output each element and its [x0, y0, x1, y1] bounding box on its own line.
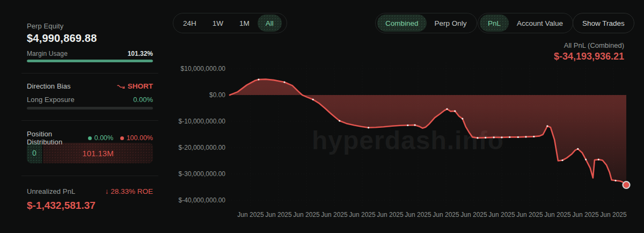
- x-tick-label: Jun 2025: [430, 211, 462, 219]
- pnl-endpoint-marker: [623, 181, 630, 188]
- x-tick-label: Jun 2025: [346, 211, 378, 219]
- pnl-chart[interactable]: [225, 51, 633, 212]
- x-tick-label: Jun 2025: [235, 211, 267, 219]
- pnl-area-fill: [230, 79, 626, 185]
- x-tick-label: Jun 2025: [374, 211, 406, 219]
- x-tick-label: Jun 2025: [458, 211, 490, 219]
- x-tick-label: Jun 2025: [262, 211, 295, 219]
- x-tick-label: Jun 2025: [514, 211, 546, 219]
- x-tick-label: Jun 2025: [597, 211, 630, 219]
- x-tick-label: Jun 2025: [318, 211, 350, 219]
- x-tick-label: Jun 2025: [486, 211, 518, 219]
- x-tick-label: Jun 2025: [290, 211, 323, 219]
- x-tick-label: Jun 2025: [569, 211, 602, 219]
- x-tick-label: Jun 2025: [402, 211, 434, 219]
- x-tick-label: Jun 2025: [541, 211, 574, 219]
